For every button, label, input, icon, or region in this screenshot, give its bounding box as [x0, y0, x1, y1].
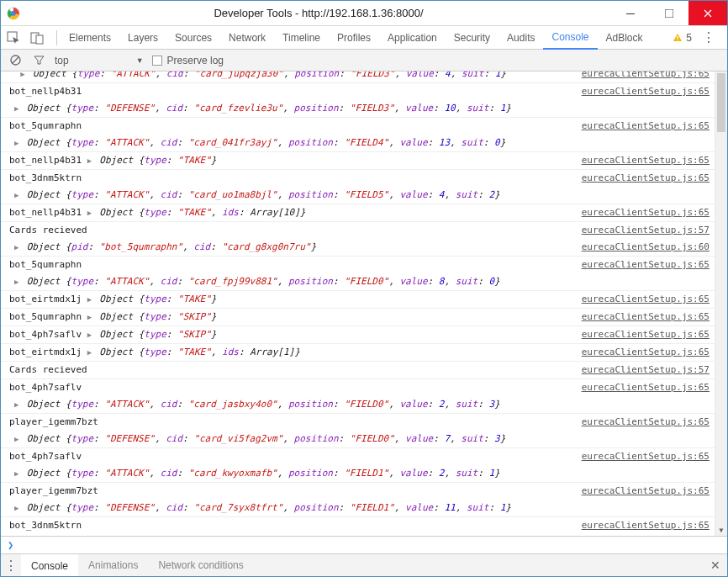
console-row[interactable]: ▶ Object {type: "DEFENSE", cid: "card_7s…: [1, 500, 715, 517]
svg-rect-3: [665, 9, 673, 18]
console-row[interactable]: ▶ Object {type: "DEFENSE", cid: "card_fz…: [1, 100, 715, 118]
console-row[interactable]: bot_3dnm5ktrneurecaClientSetup.js:65: [1, 517, 715, 534]
console-row[interactable]: bot_nellp4b31 ▶ Object {type: "TAKE"}eur…: [1, 152, 715, 170]
console-toolbar: top ▼ Preserve log: [1, 50, 727, 71]
scroll-down-icon[interactable]: ▼: [715, 524, 727, 536]
console-row[interactable]: ▶ Object {type: "ATTACK", cid: "card_041…: [1, 135, 715, 152]
source-link[interactable]: eurecaClientSetup.js:60: [582, 241, 710, 254]
console-row[interactable]: bot_5qumraphneurecaClientSetup.js:65: [1, 118, 715, 135]
source-link[interactable]: eurecaClientSetup.js:65: [582, 85, 710, 98]
console-row[interactable]: bot_5qumraphn ▶ Object {type: "SKIP"}eur…: [1, 309, 715, 326]
console-row[interactable]: ▶ Object {type: "ATTACK", cid: "card_jas…: [1, 396, 715, 414]
source-link[interactable]: eurecaClientSetup.js:65: [582, 328, 710, 341]
filter-icon[interactable]: [31, 53, 46, 68]
console-row[interactable]: bot_nellp4b31eurecaClientSetup.js:65: [1, 83, 715, 100]
source-link[interactable]: eurecaClientSetup.js:65: [582, 416, 710, 429]
tab-elements[interactable]: Elements: [61, 26, 119, 50]
clear-console-icon[interactable]: [8, 53, 23, 68]
maximize-button[interactable]: [650, 1, 688, 25]
source-link[interactable]: eurecaClientSetup.js:65: [582, 450, 710, 463]
console-row[interactable]: bot_5qumraphneurecaClientSetup.js:65: [1, 257, 715, 273]
device-toolbar-icon[interactable]: [29, 30, 45, 45]
source-link[interactable]: eurecaClientSetup.js:65: [582, 258, 710, 272]
svg-rect-6: [36, 35, 43, 44]
tab-timeline[interactable]: Timeline: [274, 26, 329, 50]
titlebar: Developer Tools - http://192.168.1.36:80…: [1, 1, 727, 26]
source-link[interactable]: eurecaClientSetup.js:65: [582, 381, 710, 394]
console-row[interactable]: bot_eirtmdx1j ▶ Object {type: "TAKE"}eur…: [1, 291, 715, 309]
console-row[interactable]: ▶ Object {type: "ATTACK", cid: "card_fpj…: [1, 273, 715, 291]
context-value: top: [55, 55, 69, 66]
chevron-down-icon: ▼: [136, 56, 144, 65]
console-row[interactable]: ▶ Object {type: "ATTACK", cid: "card_7tl…: [1, 534, 715, 536]
panel-tabs: ElementsLayersSourcesNetworkTimelineProf…: [61, 26, 652, 50]
console-row[interactable]: Cards recievedeurecaClientSetup.js:57: [1, 222, 715, 239]
scrollbar-thumb[interactable]: [717, 73, 725, 132]
console-row[interactable]: bot_4ph7saflv ▶ Object {type: "SKIP"}eur…: [1, 326, 715, 344]
tab-sources[interactable]: Sources: [166, 26, 220, 50]
source-link[interactable]: eurecaClientSetup.js:65: [582, 119, 710, 133]
tab-network[interactable]: Network: [220, 26, 274, 50]
tab-profiles[interactable]: Profiles: [329, 26, 379, 50]
chrome-icon: [1, 7, 26, 20]
source-link[interactable]: eurecaClientSetup.js:65: [582, 484, 710, 498]
source-link[interactable]: eurecaClientSetup.js:65: [582, 172, 710, 185]
drawer-tab-animations[interactable]: Animations: [78, 554, 148, 576]
console-messages: ▶ Object {type: "ATTACK", cid: "card_jup…: [1, 71, 727, 536]
console-row[interactable]: ▶ Object {pid: "bot_5qumraphn", cid: "ca…: [1, 239, 715, 257]
console-row[interactable]: ▶ Object {type: "DEFENSE", cid: "card_vi…: [1, 431, 715, 448]
console-row[interactable]: bot_4ph7saflveurecaClientSetup.js:65: [1, 448, 715, 465]
window-controls: [611, 1, 727, 25]
kebab-menu-icon[interactable]: ⋮: [699, 29, 719, 45]
tab-security[interactable]: Security: [446, 26, 499, 50]
source-link[interactable]: eurecaClientSetup.js:65: [582, 71, 710, 81]
source-link[interactable]: eurecaClientSetup.js:65: [582, 519, 710, 532]
tab-layers[interactable]: Layers: [119, 26, 166, 50]
tab-audits[interactable]: Audits: [499, 26, 543, 50]
source-link[interactable]: eurecaClientSetup.js:65: [582, 310, 710, 324]
source-link[interactable]: eurecaClientSetup.js:65: [582, 154, 710, 167]
close-button[interactable]: [688, 1, 727, 25]
context-selector[interactable]: top ▼: [55, 55, 144, 66]
console-row[interactable]: ▶ Object {type: "ATTACK", cid: "card_jup…: [1, 71, 715, 83]
drawer-tab-network-conditions[interactable]: Network conditions: [148, 554, 253, 576]
inspect-element-icon[interactable]: [6, 30, 21, 45]
svg-rect-2: [626, 13, 635, 14]
devtools-tabstrip: ElementsLayersSourcesNetworkTimelineProf…: [1, 26, 727, 50]
console-rows[interactable]: ▶ Object {type: "ATTACK", cid: "card_jup…: [1, 71, 715, 536]
console-row[interactable]: Cards recievedeurecaClientSetup.js:57: [1, 362, 715, 379]
window-title: Developer Tools - http://192.168.1.36:80…: [26, 7, 611, 19]
preserve-log-label: Preserve log: [167, 55, 224, 66]
console-prompt[interactable]: ❯: [1, 536, 727, 553]
tab-console[interactable]: Console: [543, 26, 597, 50]
console-row[interactable]: player_igemm7bzteurecaClientSetup.js:65: [1, 483, 715, 500]
drawer-close-icon[interactable]: ✕: [704, 558, 727, 572]
tab-application[interactable]: Application: [379, 26, 446, 50]
drawer-tabs: ConsoleAnimationsNetwork conditions: [21, 554, 254, 576]
drawer-tab-console[interactable]: Console: [21, 554, 78, 576]
console-row[interactable]: bot_3dnm5ktrneurecaClientSetup.js:65: [1, 170, 715, 187]
preserve-log-checkbox[interactable]: Preserve log: [152, 55, 224, 66]
source-link[interactable]: eurecaClientSetup.js:57: [582, 224, 710, 237]
drawer: ⋮ ConsoleAnimationsNetwork conditions ✕: [1, 553, 727, 576]
checkbox-icon: [152, 56, 162, 66]
minimize-button[interactable]: [611, 1, 650, 25]
svg-rect-8: [678, 40, 678, 40]
console-row[interactable]: bot_nellp4b31 ▶ Object {type: "TAKE", id…: [1, 204, 715, 222]
drawer-kebab-icon[interactable]: ⋮: [1, 558, 21, 574]
source-link[interactable]: eurecaClientSetup.js:65: [582, 293, 710, 306]
warnings-badge[interactable]: 5: [673, 32, 692, 44]
devtools-window: Developer Tools - http://192.168.1.36:80…: [1, 1, 727, 576]
console-row[interactable]: bot_4ph7saflveurecaClientSetup.js:65: [1, 379, 715, 396]
console-row[interactable]: ▶ Object {type: "ATTACK", cid: "card_kwy…: [1, 465, 715, 483]
source-link[interactable]: eurecaClientSetup.js:65: [582, 346, 710, 359]
scrollbar-vertical[interactable]: ▲ ▼: [715, 71, 727, 536]
console-row[interactable]: player_igemm7bzteurecaClientSetup.js:65: [1, 414, 715, 431]
console-row[interactable]: bot_eirtmdx1j ▶ Object {type: "TAKE", id…: [1, 344, 715, 362]
source-link[interactable]: eurecaClientSetup.js:57: [582, 363, 710, 377]
console-row[interactable]: ▶ Object {type: "ATTACK", cid: "card_uo1…: [1, 187, 715, 204]
source-link[interactable]: eurecaClientSetup.js:65: [582, 206, 710, 220]
prompt-caret-icon: ❯: [8, 539, 13, 551]
tab-adblock[interactable]: AdBlock: [598, 26, 652, 50]
warnings-count: 5: [686, 32, 692, 44]
